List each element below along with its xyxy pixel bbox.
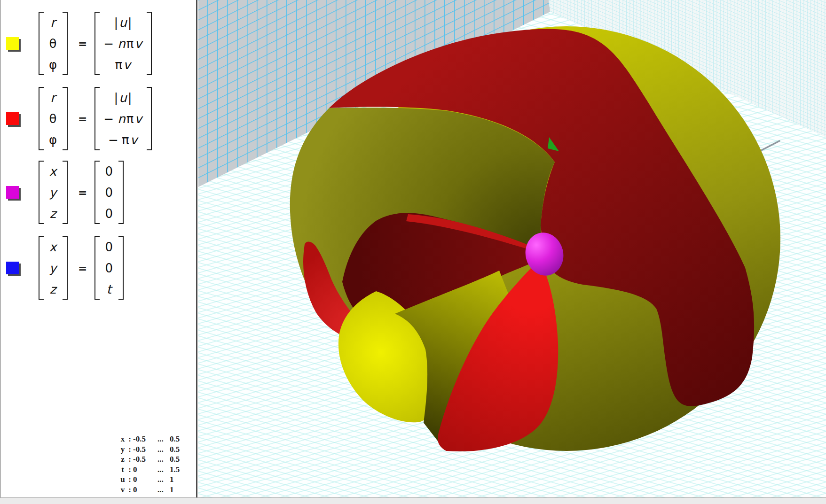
range-row-y: y:-0.5...0.5: [119, 444, 189, 455]
left-bracket: [39, 161, 44, 224]
right-bracket: [63, 12, 68, 75]
rhs-vector: 000: [94, 161, 124, 224]
rhs-vector: |u|− nπv− πv: [94, 87, 152, 150]
rhs-vector: |u|− nπvπv: [94, 12, 152, 75]
range-rc1: x: [119, 434, 126, 444]
blue-color-swatch[interactable]: [6, 262, 19, 274]
matrix-entry: 0: [105, 182, 114, 203]
matrix-entry: |u|: [114, 12, 133, 33]
range-rc2: :: [126, 465, 133, 475]
range-row-x: x:-0.5...0.5: [119, 434, 189, 444]
matrix-entry: πv: [115, 54, 132, 75]
range-rc4: ...: [157, 454, 170, 465]
range-rc2: :: [126, 434, 133, 444]
matrix-cells: 00t: [100, 236, 118, 300]
bottom-window-edge: [0, 497, 826, 504]
lhs-vector: rθφ: [39, 12, 68, 75]
matrix-entry: − nπv: [103, 33, 143, 54]
right-bracket: [147, 12, 152, 75]
rhs-vector: 00t: [94, 236, 124, 300]
variable-ranges: x:-0.5...0.5y:-0.5...0.5z:-0.5...0.5t:0.…: [119, 434, 189, 495]
matrix-entry: z: [49, 279, 57, 300]
equation-row-blue[interactable]: xyz=00t: [1, 236, 124, 300]
range-rc3: 0: [133, 485, 157, 495]
lhs-vector: xyz: [39, 236, 68, 300]
right-bracket: [63, 236, 68, 300]
range-row-t: t:0...1.5: [119, 465, 189, 475]
range-rc3: 0: [133, 474, 157, 485]
matrix-cells: |u|− nπv− πv: [100, 87, 147, 150]
range-rc2: :: [126, 454, 133, 465]
matrix-entry: x: [49, 161, 57, 182]
matrix-cells: 000: [100, 161, 118, 224]
lhs-vector: xyz: [39, 161, 68, 224]
equals-sign: =: [78, 262, 87, 274]
range-rc3: -0.5: [133, 444, 157, 455]
range-rc1: t: [119, 465, 126, 475]
equation-row-magenta[interactable]: xyz=000: [1, 161, 124, 224]
left-bracket: [94, 236, 100, 300]
matrix-entry: φ: [49, 130, 57, 150]
matrix-entry: x: [49, 237, 57, 257]
equation-sidebar: rθφ=|u|− nπvπvrθφ=|u|− nπv− πvxyz=000xyz…: [0, 0, 197, 497]
matrix-entry: 0: [105, 237, 114, 257]
right-bracket: [147, 87, 152, 150]
left-bracket: [94, 161, 100, 224]
left-bracket: [39, 87, 44, 150]
matrix-entry: |u|: [114, 87, 133, 108]
right-bracket: [63, 161, 68, 224]
equation-row-yellow[interactable]: rθφ=|u|− nπvπv: [1, 12, 152, 75]
range-rc4: ...: [157, 465, 170, 475]
matrix-entry: y: [49, 258, 57, 279]
right-bracket: [118, 236, 124, 300]
range-rc2: :: [126, 485, 133, 495]
matrix-entry: − πv: [108, 130, 138, 150]
matrix-entry: 0: [105, 203, 114, 224]
matrix-cells: |u|− nπvπv: [100, 12, 147, 75]
equals-sign: =: [78, 113, 87, 125]
matrix-entry: θ: [49, 33, 57, 54]
left-bracket: [94, 87, 100, 150]
equation-row-red[interactable]: rθφ=|u|− nπv− πv: [1, 87, 152, 150]
matrix-entry: t: [106, 279, 112, 300]
matrix-cells: rθφ: [44, 87, 63, 150]
range-rc4: ...: [157, 474, 170, 485]
matrix-entry: 0: [105, 161, 114, 182]
range-rc5: 1: [170, 474, 189, 485]
range-rc4: ...: [157, 485, 170, 495]
graphing-calculator-window: rθφ=|u|− nπvπvrθφ=|u|− nπv− πvxyz=000xyz…: [0, 0, 826, 504]
range-rc4: ...: [157, 434, 170, 444]
range-row-z: z:-0.5...0.5: [119, 454, 189, 465]
range-rc1: v: [119, 485, 126, 495]
matrix-entry: − nπv: [103, 109, 143, 129]
matrix-entry: 0: [105, 258, 114, 279]
matrix-entry: z: [49, 203, 57, 224]
yellow-color-swatch[interactable]: [6, 37, 19, 50]
range-rc3: 0: [133, 465, 157, 475]
range-row-u: u:0...1: [119, 474, 189, 485]
matrix-entry: θ: [49, 109, 57, 129]
red-color-swatch[interactable]: [6, 112, 19, 125]
range-rc5: 0.5: [170, 434, 189, 444]
equals-sign: =: [78, 186, 87, 199]
matrix-entry: y: [49, 182, 57, 203]
range-rc1: y: [119, 444, 126, 455]
range-row-v: v:0...1: [119, 485, 189, 495]
range-rc1: u: [119, 474, 126, 485]
range-rc2: :: [126, 444, 133, 455]
right-bracket: [118, 161, 124, 224]
left-bracket: [39, 12, 44, 75]
plot-3d-view[interactable]: [198, 0, 826, 497]
range-rc3: -0.5: [133, 454, 157, 465]
matrix-cells: rθφ: [44, 12, 63, 75]
left-bracket: [39, 236, 44, 300]
matrix-entry: φ: [49, 54, 57, 75]
right-bracket: [63, 87, 68, 150]
left-bracket: [94, 12, 100, 75]
range-rc1: z: [119, 454, 126, 465]
magenta-color-swatch[interactable]: [6, 186, 19, 199]
range-rc2: :: [126, 474, 133, 485]
range-rc5: 1.5: [170, 465, 189, 475]
lhs-vector: rθφ: [39, 87, 68, 150]
matrix-cells: xyz: [44, 161, 63, 224]
